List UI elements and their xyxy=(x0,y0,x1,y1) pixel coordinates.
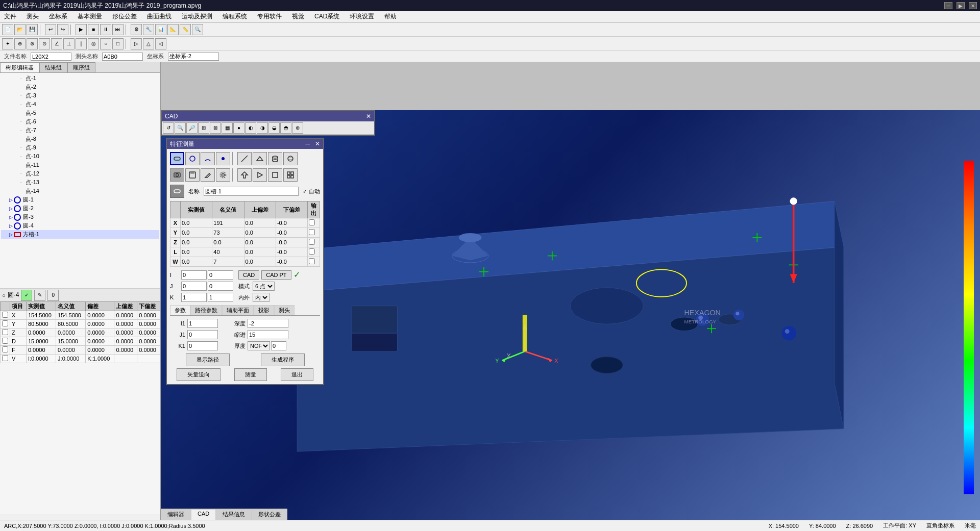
tree-item-圆2[interactable]: ▷ 圆-2 xyxy=(1,204,159,213)
i-input[interactable] xyxy=(181,270,207,280)
generate-button[interactable]: 生成程序 xyxy=(261,353,305,366)
tb2-btn3[interactable]: ⊗ xyxy=(27,38,38,49)
tb2-btn12[interactable]: △ xyxy=(143,38,154,49)
meas-output-cb[interactable] xyxy=(309,258,315,264)
menu-item-坐标系[interactable]: 坐标系 xyxy=(47,11,69,22)
feat-btn-settings[interactable] xyxy=(216,168,230,182)
cad-titlebar[interactable]: CAD ✕ xyxy=(162,111,374,121)
meas-upper-input[interactable] xyxy=(246,258,275,266)
depth-input[interactable] xyxy=(248,319,288,328)
row-checkbox[interactable] xyxy=(2,346,8,352)
meas-lower-input[interactable] xyxy=(277,248,306,256)
tb-btn8[interactable]: 📐 xyxy=(167,24,179,35)
cad-tb7[interactable]: ● xyxy=(233,122,244,134)
meas-nominal-input[interactable] xyxy=(213,219,242,227)
tree-item-点13[interactable]: · 点-13 xyxy=(1,178,159,187)
cad-close[interactable]: ✕ xyxy=(366,113,371,120)
menu-item-基本测量[interactable]: 基本测量 xyxy=(76,11,104,22)
cad-tb8[interactable]: ◐ xyxy=(245,122,256,134)
tab-probe[interactable]: 测头 xyxy=(274,305,295,315)
feat-btn-grid[interactable] xyxy=(283,168,298,182)
minimize-button[interactable]: ─ xyxy=(944,2,952,9)
feat-btn-cam[interactable] xyxy=(170,168,184,182)
tree-item-圆1[interactable]: ▷ 圆-1 xyxy=(1,195,159,204)
auto-checkbox[interactable]: ✓ 自动 xyxy=(303,188,320,195)
i-input2[interactable] xyxy=(208,270,233,280)
tree-item-点12[interactable]: · 点-12 xyxy=(1,169,159,178)
cad-tb2[interactable]: 🔍 xyxy=(175,122,186,134)
cad-tb9[interactable]: ◑ xyxy=(257,122,268,134)
tree-item-圆4[interactable]: ▷ 圆-4 xyxy=(1,221,159,230)
tree-item-点4[interactable]: · 点-4 xyxy=(1,100,159,109)
show-path-button[interactable]: 显示路径 xyxy=(186,353,230,366)
j-input[interactable] xyxy=(181,282,207,291)
cad-tb4[interactable]: ⊞ xyxy=(198,122,209,134)
meas-output-cb[interactable] xyxy=(309,248,315,255)
tb2-btn9[interactable]: ○ xyxy=(100,38,111,49)
tree-item-点9[interactable]: · 点-9 xyxy=(1,143,159,152)
meas-nominal-input[interactable] xyxy=(213,229,242,237)
menu-item-编程系统[interactable]: 编程系统 xyxy=(220,11,249,22)
meas-actual-input[interactable] xyxy=(182,258,211,266)
vector-button[interactable]: 矢量送向 xyxy=(177,368,220,381)
meas-lower-input[interactable] xyxy=(277,219,306,227)
tb-btn6[interactable]: 🔧 xyxy=(143,24,154,35)
meas-output-cb[interactable] xyxy=(309,239,315,245)
feat-btn-arc[interactable] xyxy=(201,152,215,165)
meas-lower-input[interactable] xyxy=(277,258,306,266)
tb-stop[interactable]: ■ xyxy=(88,24,99,35)
nor-select[interactable]: NOR xyxy=(248,341,270,350)
j1-input[interactable] xyxy=(187,330,218,339)
tb-pause[interactable]: ⏸ xyxy=(100,24,111,35)
tree-item-点8[interactable]: · 点-8 xyxy=(1,135,159,143)
tree-item-圆3[interactable]: ▷ 圆-3 xyxy=(1,213,159,221)
k-input2[interactable] xyxy=(208,293,233,302)
menu-item-视觉[interactable]: 视觉 xyxy=(290,11,306,22)
tab-path-param[interactable]: 路径参数 xyxy=(190,305,222,315)
tree-item-点5[interactable]: · 点-5 xyxy=(1,109,159,117)
meas-actual-input[interactable] xyxy=(182,248,211,256)
row-checkbox[interactable] xyxy=(2,329,8,335)
feature-close[interactable]: ✕ xyxy=(315,140,320,147)
tb-btn5[interactable]: ⚙ xyxy=(131,24,142,35)
menu-item-帮助[interactable]: 帮助 xyxy=(382,11,399,22)
menu-item-文件[interactable]: 文件 xyxy=(2,11,18,22)
j-input2[interactable] xyxy=(208,282,233,291)
cad-tb3[interactable]: 🔎 xyxy=(186,122,198,134)
tb-undo[interactable]: ↩ xyxy=(45,24,56,35)
tb2-btn5[interactable]: ∠ xyxy=(51,38,62,49)
k-input[interactable] xyxy=(181,293,207,302)
tb2-btn6[interactable]: ⊥ xyxy=(63,38,75,49)
tb2-btn8[interactable]: ◎ xyxy=(88,38,99,49)
cad-tb10[interactable]: ◒ xyxy=(268,122,280,134)
thickness-input[interactable] xyxy=(271,341,286,350)
feat-btn-circle[interactable] xyxy=(185,152,200,165)
feat-btn-play[interactable] xyxy=(253,168,267,182)
meas-nominal-input[interactable] xyxy=(213,238,242,246)
exit-button[interactable]: 退出 xyxy=(281,368,313,381)
menu-item-测头[interactable]: 测头 xyxy=(24,11,41,22)
cad-pt-button[interactable]: CAD PT xyxy=(261,270,291,280)
tab-shape-tol[interactable]: 形状公差 xyxy=(252,509,287,520)
tab-cad[interactable]: CAD xyxy=(191,509,216,520)
feat-btn-sphere[interactable] xyxy=(283,152,298,165)
maximize-button[interactable]: ▶ xyxy=(957,2,965,9)
close-button[interactable]: ✕ xyxy=(969,2,977,9)
tb2-btn11[interactable]: ▷ xyxy=(131,38,142,49)
ok-icon[interactable]: ✓ xyxy=(293,270,300,280)
feat-btn-save[interactable] xyxy=(185,168,200,182)
tb-new[interactable]: 📄 xyxy=(2,24,13,35)
cad-tb5[interactable]: ⊠ xyxy=(210,122,221,134)
meas-upper-input[interactable] xyxy=(246,229,275,237)
row-checkbox[interactable] xyxy=(2,320,8,326)
feat-btn-cylinder[interactable] xyxy=(268,152,282,165)
tab-result-info[interactable]: 结果信息 xyxy=(216,509,252,520)
tree-item-点11[interactable]: · 点-11 xyxy=(1,161,159,169)
menu-item-环境设置[interactable]: 环境设置 xyxy=(348,11,376,22)
row-checkbox[interactable] xyxy=(2,338,8,344)
feat-btn-line1[interactable] xyxy=(237,152,252,165)
meas-lower-input[interactable] xyxy=(277,238,306,246)
tb2-btn4[interactable]: ⊙ xyxy=(39,38,50,49)
cad-tb12[interactable]: ⊕ xyxy=(292,122,303,134)
tb-redo[interactable]: ↪ xyxy=(57,24,68,35)
